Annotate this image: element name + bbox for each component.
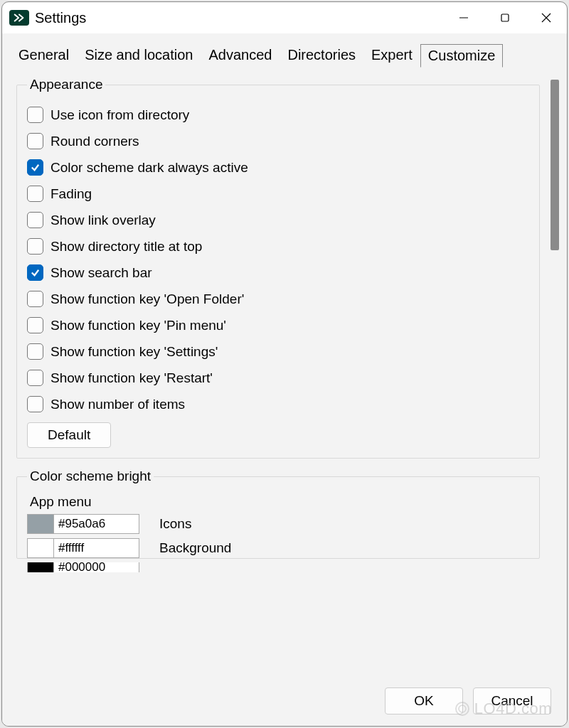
tab-customize[interactable]: Customize bbox=[420, 44, 503, 68]
hex-input-icons[interactable] bbox=[54, 514, 139, 534]
checkbox-fn-open-folder[interactable] bbox=[27, 291, 43, 307]
close-button[interactable] bbox=[526, 2, 567, 33]
svg-rect-1 bbox=[501, 14, 509, 21]
checkbox-num-items[interactable] bbox=[27, 396, 43, 412]
tab-size-location[interactable]: Size and location bbox=[77, 43, 201, 67]
option-label: Show directory title at top bbox=[50, 239, 202, 255]
checkbox-dark-scheme[interactable] bbox=[27, 159, 43, 176]
titlebar: Settings bbox=[2, 2, 567, 33]
checkbox-fading[interactable] bbox=[27, 186, 43, 202]
window-title: Settings bbox=[35, 10, 86, 26]
appearance-legend: Appearance bbox=[27, 77, 105, 92]
option-row: Show function key 'Settings' bbox=[27, 343, 531, 360]
option-row: Show number of items bbox=[27, 396, 531, 412]
checkbox-link-overlay[interactable] bbox=[27, 212, 43, 228]
minimize-button[interactable] bbox=[443, 2, 484, 33]
option-label: Show function key 'Open Folder' bbox=[50, 291, 244, 307]
color-label: Background bbox=[159, 540, 231, 556]
default-button[interactable]: Default bbox=[27, 422, 111, 448]
option-row: Color scheme dark always active bbox=[27, 159, 531, 176]
color-row-background: Background bbox=[27, 538, 531, 558]
option-row: Show directory title at top bbox=[27, 238, 531, 255]
option-label: Show number of items bbox=[50, 397, 185, 412]
scrollbar[interactable] bbox=[548, 80, 561, 670]
tab-advanced[interactable]: Advanced bbox=[201, 43, 280, 67]
app-icon bbox=[9, 10, 29, 26]
option-row: Use icon from directory bbox=[27, 107, 531, 123]
dialog-footer: OK Cancel bbox=[2, 678, 567, 726]
option-label: Show function key 'Pin menu' bbox=[50, 318, 226, 333]
swatch-icons[interactable] bbox=[27, 514, 54, 534]
option-row: Show link overlay bbox=[27, 212, 531, 228]
option-row: Show function key 'Open Folder' bbox=[27, 291, 531, 307]
checkbox-fn-restart[interactable] bbox=[27, 370, 43, 386]
option-label: Fading bbox=[50, 186, 92, 202]
checkbox-dir-title[interactable] bbox=[27, 238, 43, 255]
option-label: Show search bar bbox=[50, 265, 152, 281]
swatch-background[interactable] bbox=[27, 538, 54, 558]
scroll-content: Appearance Use icon from directory Round… bbox=[16, 67, 548, 678]
app-menu-label: App menu bbox=[30, 494, 528, 510]
content-area: Appearance Use icon from directory Round… bbox=[2, 67, 567, 678]
color-label: Icons bbox=[159, 516, 191, 532]
maximize-button[interactable] bbox=[484, 2, 526, 33]
checkbox-fn-settings[interactable] bbox=[27, 343, 43, 360]
option-label: Show link overlay bbox=[50, 213, 156, 228]
color-scheme-legend: Color scheme bright bbox=[27, 469, 154, 484]
checkbox-fn-pin-menu[interactable] bbox=[27, 317, 43, 333]
option-row: Show search bar bbox=[27, 264, 531, 281]
hex-input-cut[interactable] bbox=[54, 562, 139, 572]
option-row: Round corners bbox=[27, 133, 531, 149]
checkbox-round-corners[interactable] bbox=[27, 133, 43, 149]
appearance-group: Appearance Use icon from directory Round… bbox=[16, 77, 540, 459]
tab-expert[interactable]: Expert bbox=[363, 43, 420, 67]
option-row: Fading bbox=[27, 186, 531, 202]
option-label: Round corners bbox=[50, 134, 139, 149]
option-row: Show function key 'Restart' bbox=[27, 370, 531, 386]
color-row-cut bbox=[27, 562, 531, 572]
option-label: Use icon from directory bbox=[50, 107, 189, 123]
cancel-button[interactable]: Cancel bbox=[473, 687, 551, 714]
settings-window: Settings General Size and location Advan… bbox=[1, 1, 568, 727]
color-row-icons: Icons bbox=[27, 514, 531, 534]
scrollbar-thumb[interactable] bbox=[551, 80, 559, 250]
color-scheme-group: Color scheme bright App menu Icons Backg… bbox=[16, 469, 540, 559]
option-label: Show function key 'Settings' bbox=[50, 344, 218, 360]
option-row: Show function key 'Pin menu' bbox=[27, 317, 531, 333]
checkbox-use-icon[interactable] bbox=[27, 107, 43, 123]
ok-button[interactable]: OK bbox=[385, 687, 463, 714]
tab-general[interactable]: General bbox=[11, 43, 77, 67]
checkbox-search-bar[interactable] bbox=[27, 264, 43, 281]
tab-strip: General Size and location Advanced Direc… bbox=[2, 33, 567, 67]
swatch-cut[interactable] bbox=[27, 562, 54, 572]
option-label: Color scheme dark always active bbox=[50, 160, 248, 176]
hex-input-background[interactable] bbox=[54, 538, 139, 558]
tab-directories[interactable]: Directories bbox=[280, 43, 363, 67]
option-label: Show function key 'Restart' bbox=[50, 370, 213, 386]
